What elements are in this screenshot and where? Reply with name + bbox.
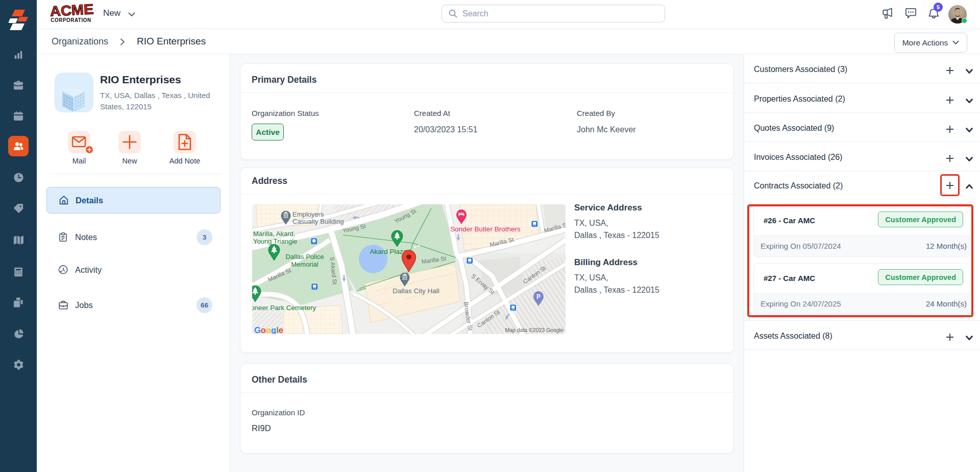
svg-text:Google: Google [254,325,283,334]
svg-text:Young Triangle: Young Triangle [253,238,297,245]
svg-text:P: P [536,293,541,300]
svg-text:Employers: Employers [292,210,324,218]
svg-text:Marilla, Akard,: Marilla, Akard, [253,230,295,238]
svg-text:Akard Plaza: Akard Plaza [370,248,407,255]
svg-text:Sonder Butler Brothers: Sonder Butler Brothers [450,225,521,233]
svg-text:Dallas City Hall: Dallas City Hall [393,287,439,295]
svg-text:Map data ©2023 Google: Map data ©2023 Google [505,327,564,333]
svg-text:Casualty Building: Casualty Building [292,218,344,225]
svg-text:oneer Park Cemetery: oneer Park Cemetery [252,304,316,312]
svg-text:Dallas Police: Dallas Police [285,253,324,261]
svg-text:Memorial: Memorial [291,261,318,268]
